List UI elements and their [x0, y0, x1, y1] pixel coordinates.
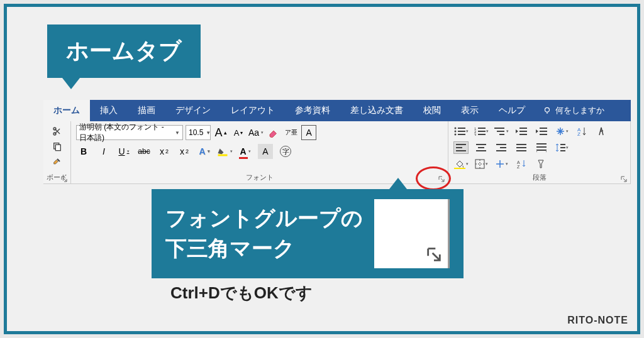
tab-help-label: ヘルプ [499, 105, 525, 116]
svg-rect-39 [516, 147, 526, 148]
paragraph-label: 段落 [448, 173, 630, 182]
sort-az-button[interactable]: AZ [514, 158, 529, 170]
svg-rect-33 [478, 147, 484, 148]
bold-button[interactable]: B [76, 144, 91, 159]
svg-rect-29 [456, 144, 466, 145]
strike-button[interactable]: abc [136, 144, 152, 159]
format-painter-button[interactable] [52, 156, 62, 166]
borders-icon [475, 159, 485, 169]
clear-format-button[interactable] [266, 125, 281, 140]
svg-text:Z: Z [517, 165, 520, 169]
tab-draw-label: 描画 [138, 105, 155, 116]
asian-sort-button[interactable]: ▾ [494, 158, 509, 170]
tab-mailings[interactable]: 差し込み文書 [340, 100, 413, 121]
svg-point-0 [545, 107, 550, 112]
sort-az-icon: AZ [516, 159, 526, 169]
decrease-indent-button[interactable] [514, 125, 529, 138]
subscript-button[interactable]: x2 [157, 144, 172, 159]
paragraph-launcher[interactable] [620, 174, 628, 182]
sort-button[interactable]: AZ [574, 125, 589, 138]
borders-button[interactable]: ▾ [474, 158, 489, 170]
underline-button[interactable]: U▾ [116, 144, 131, 159]
bullets-button[interactable]: ▾ [453, 125, 469, 138]
indent-icon [536, 127, 547, 136]
font-color-button[interactable]: A▾ [238, 144, 253, 159]
formatting-icon [537, 159, 546, 169]
align-right-icon [496, 144, 506, 151]
align-justify-button[interactable] [514, 141, 529, 154]
bold-label: B [80, 146, 87, 156]
svg-text:A: A [517, 160, 520, 165]
launcher-icon-large [425, 246, 443, 263]
svg-rect-47 [454, 168, 465, 169]
align-right-button[interactable] [494, 141, 509, 154]
svg-rect-4 [55, 144, 60, 150]
copy-button[interactable] [52, 141, 62, 151]
svg-point-6 [454, 128, 456, 129]
distributed-button[interactable] [534, 141, 549, 154]
tab-design[interactable]: デザイン [165, 100, 221, 121]
credit-text: RITO-NOTE [567, 315, 628, 326]
tab-layout[interactable]: レイアウト [221, 100, 285, 121]
line-spacing-icon [555, 143, 565, 153]
tab-references-label: 参考資料 [295, 105, 330, 116]
asian-layout-button[interactable]: ▾ [554, 125, 569, 138]
svg-rect-19 [497, 131, 504, 132]
enclose-char-button[interactable]: 字 [278, 144, 293, 159]
align-center-button[interactable] [474, 141, 489, 154]
font-dialog-launcher[interactable] [438, 174, 445, 182]
ribbon-body: ボード 游明朝 (本文のフォント - 日本語)▼ 10.5▼ A▴ A▾ Aa▾… [43, 121, 631, 184]
cut-button[interactable] [52, 126, 62, 136]
tab-review[interactable]: 校閲 [413, 100, 451, 121]
show-marks-button[interactable] [594, 125, 609, 138]
font-size-select[interactable]: 10.5▼ [186, 125, 211, 140]
numbering-button[interactable]: 123▾ [474, 125, 489, 138]
tab-references[interactable]: 参考資料 [285, 100, 340, 121]
tab-view[interactable]: 表示 [451, 100, 489, 121]
underline-label: U [118, 146, 125, 156]
shading-button[interactable]: ▾ [453, 158, 469, 170]
text-effects-button[interactable]: A▾ [197, 144, 212, 159]
align-center-icon [476, 144, 486, 151]
tell-me-label: 何をしますか [555, 105, 604, 116]
strike-label: abc [138, 147, 150, 156]
font-name-value: 游明朝 (本文のフォント - 日本語) [79, 122, 172, 143]
change-case-button[interactable]: Aa▾ [248, 125, 264, 140]
svg-rect-22 [519, 131, 527, 132]
highlight-button[interactable]: ▾ [217, 144, 233, 159]
scissors-icon [52, 126, 62, 136]
highlighter-icon [217, 146, 228, 156]
dropdown-caret-icon: ▼ [206, 130, 211, 136]
svg-rect-40 [516, 150, 526, 151]
line-spacing-button[interactable]: ▾ [554, 141, 569, 154]
font-name-select[interactable]: 游明朝 (本文のフォント - 日本語)▼ [76, 125, 183, 140]
tab-draw[interactable]: 描画 [128, 100, 165, 121]
phonetic-guide-button[interactable]: ア亜 [284, 125, 299, 140]
shrink-font-button[interactable]: A▾ [231, 125, 246, 140]
superscript-button[interactable]: x2 [177, 144, 192, 159]
italic-button[interactable]: I [96, 144, 111, 159]
svg-rect-9 [458, 131, 465, 132]
tab-home[interactable]: ホーム [43, 100, 90, 121]
eraser-icon [268, 127, 279, 138]
char-border-button[interactable]: A [301, 125, 316, 140]
tell-me-search[interactable]: 何をしますか [535, 105, 612, 116]
copy-icon [52, 141, 62, 151]
multilevel-list-button[interactable]: ▾ [494, 125, 509, 138]
bullets-icon [454, 127, 465, 136]
pilcrow-icon [597, 126, 606, 136]
tab-insert[interactable]: 挿入 [90, 100, 128, 121]
show-formatting-button[interactable] [534, 158, 549, 170]
align-left-button[interactable] [453, 141, 469, 154]
clipboard-launcher[interactable] [60, 174, 68, 182]
word-ribbon: ホーム 挿入 描画 デザイン レイアウト 参考資料 差し込み文書 校閲 表示 ヘ… [43, 100, 631, 184]
tab-help[interactable]: ヘルプ [489, 100, 535, 121]
tab-design-label: デザイン [175, 105, 211, 116]
svg-rect-34 [476, 150, 486, 151]
multilevel-icon [494, 127, 506, 136]
svg-rect-38 [516, 144, 526, 145]
grow-font-button[interactable]: A▴ [213, 125, 228, 140]
increase-indent-button[interactable] [534, 125, 549, 138]
char-shading-button[interactable]: A [258, 144, 273, 159]
svg-rect-24 [540, 128, 547, 129]
